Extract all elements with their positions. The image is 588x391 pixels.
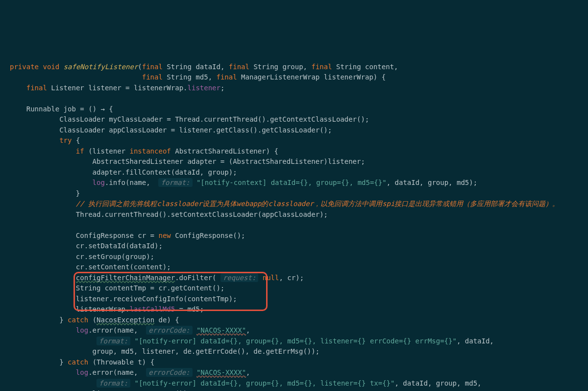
code-line: log.error(name, errorCode: "NACOS-XXXX",	[10, 326, 250, 335]
code-line: AbstractSharedListener adapter = (Abstra…	[10, 157, 365, 165]
code-line: ClassLoader appClassLoader = listener.ge…	[10, 126, 332, 134]
code-line: if (listener instanceof AbstractSharedLi…	[10, 147, 278, 155]
code-line: adapter.fillContext(dataId, group);	[10, 168, 237, 176]
code-line: cr.setGroup(group);	[10, 253, 154, 261]
code-line: configFilterChainManager.doFilter( reque…	[10, 273, 304, 282]
code-line: String contentTmp = cr.getContent();	[10, 284, 224, 292]
code-line: ConfigResponse cr = new ConfigResponse()…	[10, 232, 245, 239]
code-line: cr.setContent(content);	[10, 263, 171, 271]
code-line: private void safeNotifyListener(final St…	[10, 63, 398, 71]
code-line: } catch (NacosException de) {	[10, 316, 179, 324]
code-line: final Listener listener = listenerWrap.l…	[10, 84, 224, 92]
code-line: Thread.currentThread().setContextClassLo…	[10, 210, 328, 218]
code-editor[interactable]: private void safeNotifyListener(final St…	[10, 51, 578, 391]
code-line: }	[10, 189, 80, 197]
code-line: listenerWrap.lastCallMd5 = md5;	[10, 305, 204, 313]
code-line: format: "[notify-error] dataId={}, group…	[10, 337, 494, 345]
code-line: log.info(name, format: "[notify-context]…	[10, 178, 477, 187]
code-line: ClassLoader myClassLoader = Thread.curre…	[10, 115, 369, 123]
code-line: try {	[10, 136, 80, 144]
code-line: format: "[notify-error] dataId={}, group…	[10, 379, 482, 388]
code-line: cr.setDataId(dataId);	[10, 242, 163, 250]
code-line: log.error(name, errorCode: "NACOS-XXXX",	[10, 368, 250, 377]
code-line: final String md5, final ManagerListenerW…	[10, 73, 386, 81]
code-line: // 执行回调之前先将线程classloader设置为具体webapp的clas…	[10, 200, 559, 208]
code-line: group, md5, listener, de.getErrCode(), d…	[10, 347, 319, 355]
code-line: listener.receiveConfigInfo(contentTmp);	[10, 295, 237, 303]
code-line: } catch (Throwable t) {	[10, 358, 154, 366]
code-line: Runnable job = () → {	[10, 105, 113, 113]
